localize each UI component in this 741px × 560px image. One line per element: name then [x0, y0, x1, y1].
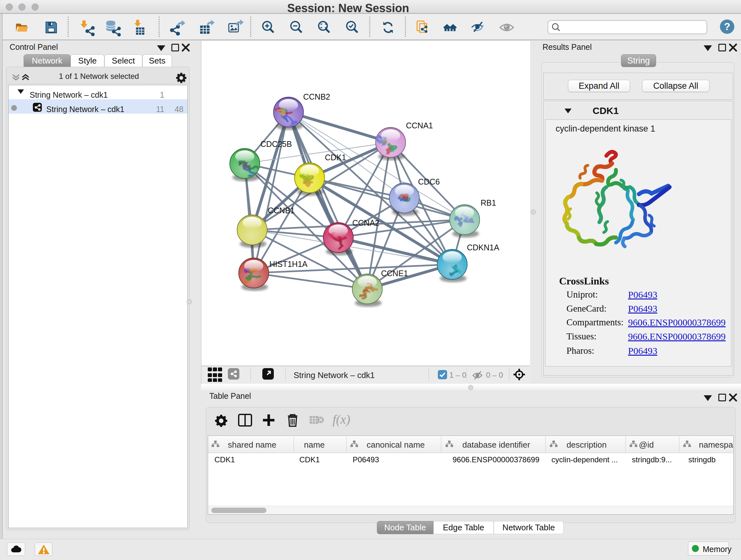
svg-text:CDC25B: CDC25B	[260, 139, 292, 148]
svg-text:RB1: RB1	[481, 198, 496, 207]
svg-text:CCNB1: CCNB1	[268, 206, 295, 215]
svg-text:CCNE1: CCNE1	[381, 269, 408, 278]
svg-text:HIST1H1A: HIST1H1A	[269, 260, 308, 268]
svg-text:CCNB2: CCNB2	[303, 92, 330, 101]
svg-text:CCNA2: CCNA2	[352, 219, 380, 227]
svg-text:CDK1: CDK1	[325, 153, 346, 162]
svg-text:CDC6: CDC6	[418, 177, 440, 186]
svg-text:CDKN1A: CDKN1A	[467, 243, 499, 252]
svg-text:CCNA1: CCNA1	[406, 121, 433, 130]
